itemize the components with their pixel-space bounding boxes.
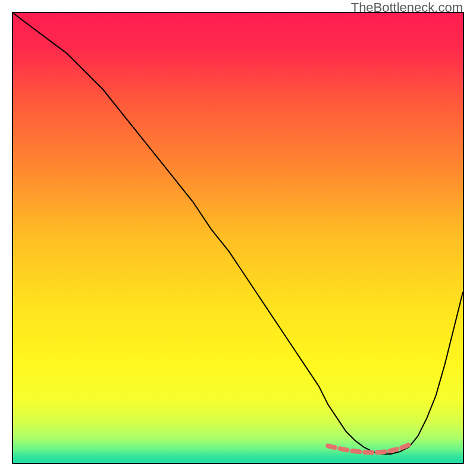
bottleneck-chart: TheBottleneck.com xyxy=(0,0,476,476)
bottleneck-curve xyxy=(13,13,463,454)
plot-area xyxy=(12,12,464,464)
curve-layer xyxy=(13,13,463,463)
optimal-range-marker xyxy=(328,445,409,453)
